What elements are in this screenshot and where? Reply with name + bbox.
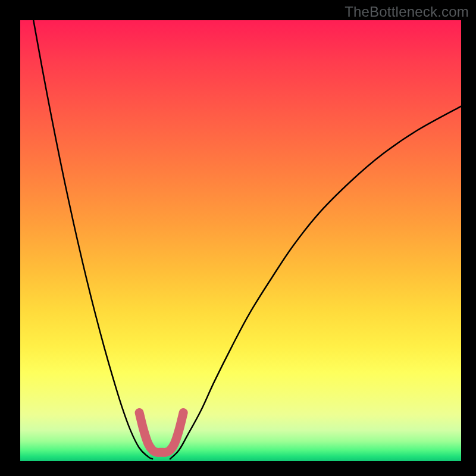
chart-frame: TheBottleneck.com [0,0,476,476]
watermark-text: TheBottleneck.com [345,4,469,20]
gradient-background [20,20,461,461]
chart-svg [20,20,461,461]
plot-area [20,20,461,461]
